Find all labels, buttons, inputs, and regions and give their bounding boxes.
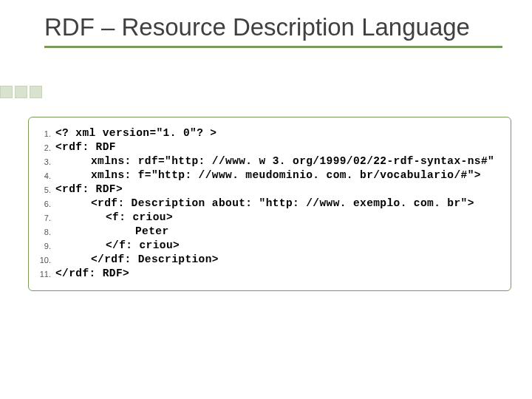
line-number: 2. [39,141,55,152]
slide-title: RDF – Resource Description Language [44,13,502,41]
title-underline [44,46,502,48]
line-number: 4. [39,169,55,180]
code-line: 1. <? xml version="1. 0"? > [39,127,500,139]
line-number: 10. [39,253,55,265]
code-text: <rdf: Description about: "http: //www. e… [55,197,474,209]
line-number: 1. [39,127,55,138]
code-text: xmlns: f="http: //www. meudominio. com. … [55,169,481,181]
code-text: <? xml version="1. 0"? > [55,127,216,139]
slide: RDF – Resource Description Language 1. <… [0,0,532,399]
code-text: <rdf: RDF> [55,183,123,195]
decoration-squares [0,86,42,98]
line-number: 3. [39,155,55,166]
deco-square [15,86,27,98]
code-line: 9. </f: criou> [39,239,500,251]
code-text: </rdf: Description> [55,253,219,265]
code-line: 3. xmlns: rdf="http: //www. w 3. org/199… [39,155,500,167]
code-block: 1. <? xml version="1. 0"? > 2. <rdf: RDF… [28,117,511,291]
code-line: 11. </rdf: RDF> [39,267,500,279]
code-line: 7. <f: criou> [39,211,500,223]
deco-square [0,86,13,98]
code-line: 10. </rdf: Description> [39,253,500,265]
code-text: xmlns: rdf="http: //www. w 3. org/1999/0… [55,155,494,167]
line-number: 6. [39,197,55,208]
line-number: 5. [39,183,55,194]
code-text: <f: criou> [55,211,173,223]
code-line: 2. <rdf: RDF [39,141,500,153]
deco-square [30,86,42,98]
code-text: <rdf: RDF [55,141,116,153]
code-text: </f: criou> [55,239,180,251]
code-line: 8. Peter [39,225,500,237]
line-number: 8. [39,225,55,236]
code-line: 6. <rdf: Description about: "http: //www… [39,197,500,209]
code-line: 4. xmlns: f="http: //www. meudominio. co… [39,169,500,181]
code-text: </rdf: RDF> [55,267,129,279]
line-number: 9. [39,239,55,250]
line-number: 7. [39,211,55,222]
code-text: Peter [55,225,169,237]
line-number: 11. [39,267,55,279]
code-line: 5. <rdf: RDF> [39,183,500,195]
